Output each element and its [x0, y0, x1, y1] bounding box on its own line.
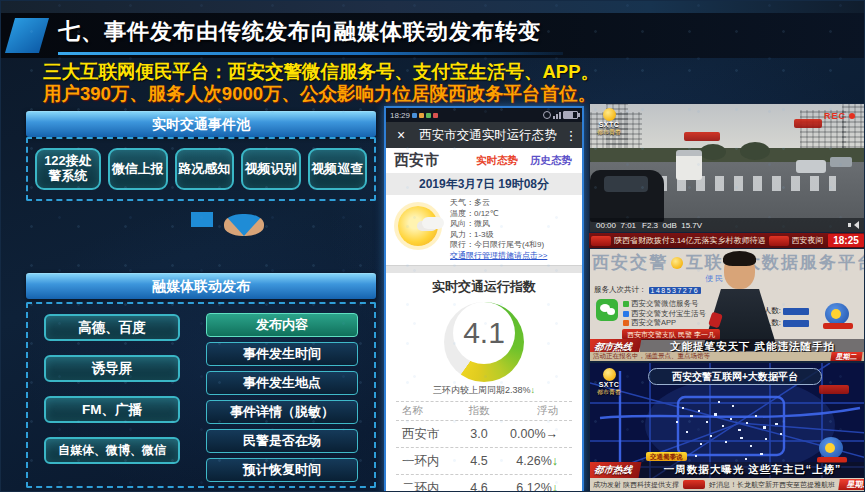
bottom-ticker: 活动正在报名中，涵盖景点、重点场馆等 星期二	[590, 352, 865, 361]
app-title: 西安市交通实时运行态势	[416, 127, 560, 144]
content-recovery-time: 预计恢复时间	[206, 458, 358, 482]
notification-icon	[433, 113, 438, 118]
content-police-onsite: 民警是否在场	[206, 429, 358, 453]
index-table: 名称 指数 浮动 西安市 3.0 0.00%→ 一环内 4.5 4.26%↓ 二…	[396, 401, 572, 492]
car	[830, 157, 852, 167]
source-video-patrol: 视频巡查	[308, 148, 368, 190]
media-publish-box: 高德、百度 诱导屏 FM、广播 自媒体、微博、微信 发布内容 事件发生时间 事件…	[26, 302, 376, 488]
station-ball-icon	[603, 108, 616, 121]
channel-fm-radio: FM、广播	[44, 396, 180, 423]
segment-tag: 交通蜀黍说	[646, 452, 687, 461]
speaker-icon	[848, 221, 859, 229]
row-change: 0.00%	[510, 427, 545, 441]
news-ticker-bar: 陕西省财政拨付3.14亿元落实乡村教师待遇 西安夜间 18:25	[589, 233, 865, 248]
ticker-text-2: 西安夜间	[792, 235, 824, 246]
col-name: 名称	[396, 404, 454, 418]
tab-history[interactable]: 历史态势	[530, 154, 572, 168]
ticker-text: 陕西省财政拨付3.14亿元落实乡村教师待遇	[614, 235, 766, 246]
top-decor-strip	[1, 1, 865, 13]
police-mascot	[823, 301, 853, 329]
restriction-link[interactable]: 交通限行管理措施请点击>>	[450, 251, 547, 262]
app-mini-icon	[623, 320, 629, 326]
broadcast-time: 18:25	[828, 234, 864, 247]
rec-label: REC	[824, 111, 846, 121]
platform-app: 西安交警APP	[631, 318, 676, 327]
tree	[740, 142, 770, 160]
station-name: SXTC	[599, 381, 620, 388]
media-publish-header: 融媒体联动发布	[26, 273, 376, 299]
overlay-tag	[819, 385, 849, 394]
cloud-icon	[422, 217, 444, 229]
alipay-mini-icon	[623, 311, 629, 317]
osd-settings: F2.3 0dB 15.7V	[642, 221, 702, 230]
row-name: 一环内	[396, 453, 454, 470]
source-wechat-report: 微信上报	[108, 148, 168, 190]
car	[796, 160, 826, 173]
event-pool-header: 实时交通事件池	[26, 111, 376, 137]
row-change: 6.12%	[516, 481, 551, 492]
city-row: 西安市 实时态势 历史态势	[386, 148, 582, 173]
table-header: 名称 指数 浮动	[396, 401, 572, 420]
channel-guidance-screen: 诱导屏	[44, 355, 180, 382]
weather-wind-dir: 风向：微风	[450, 219, 547, 230]
rec-indicator: REC	[824, 111, 855, 121]
service-count-label: 服务人次共计：	[594, 285, 647, 295]
table-row: 一环内 4.5 4.26%↓	[396, 447, 572, 474]
station-channel: 都市青春	[597, 388, 621, 397]
weather-restriction: 限行：今日限行尾号(4和9)	[450, 240, 547, 251]
content-event-time: 事件发生时间	[206, 342, 358, 366]
ticker-label-tag	[769, 236, 789, 246]
bottom-ticker-text: 活动正在报名中，涵盖景点、重点场馆等	[593, 352, 710, 361]
flow-down-arrow-icon	[182, 212, 222, 227]
alarm-icon	[543, 111, 551, 119]
phone-status-bar: 18:29	[386, 108, 582, 122]
ticker-label-tag	[683, 480, 705, 489]
wechat-icon	[596, 299, 618, 321]
interview-video-frame: 西安交警 互联网大数据服务平台 便民·善政 服务人次共计： 148537276 …	[589, 248, 865, 362]
source-122-dispatch: 122接处警系统	[35, 148, 101, 190]
section-divider	[386, 265, 582, 273]
program-logo: 都市热线	[589, 462, 641, 478]
row-name: 西安市	[396, 426, 454, 443]
weather-panel: 天气：多云 温度：0/12℃ 风向：微风 风力：1-3级 限行：今日限行尾号(4…	[386, 195, 582, 265]
presentation-slide: 七、事件发布由传统发布向融媒体联动发布转变 三大互联网便民平台：西安交警微信服务…	[0, 0, 865, 492]
rec-dot-icon	[849, 113, 855, 119]
station-ball-icon	[603, 368, 616, 381]
notification-icon	[426, 113, 431, 118]
phone-screenshot: 18:29 × 西安市交通实时运行态势 ⋮ 西安市 实时态势 历史态势	[384, 106, 584, 492]
signal-icon	[553, 112, 561, 119]
caption-text: 一周数据大曝光 这些车主已“上榜”	[640, 462, 865, 478]
source-video-recognition: 视频识别	[241, 148, 301, 190]
col-change: 浮动	[504, 404, 572, 418]
close-icon[interactable]: ×	[386, 127, 416, 143]
wechat-mini-icon	[623, 301, 629, 307]
page-title: 七、事件发布由传统发布向融媒体联动发布转变	[58, 17, 541, 47]
traffic-index-gauge: 4.1	[444, 302, 524, 382]
officer-hair	[723, 251, 756, 266]
tab-realtime[interactable]: 实时态势	[476, 154, 518, 168]
dark-car	[590, 170, 664, 222]
osd-time: 00:00 7:01	[596, 221, 636, 230]
row-index: 4.6	[454, 481, 504, 492]
phone-nav-bar: × 西安市交通实时运行态势 ⋮	[386, 122, 582, 148]
notification-icon	[412, 113, 417, 118]
title-underline	[58, 52, 563, 55]
traffic-index-value: 4.1	[463, 316, 505, 350]
channel-social-media: 自媒体、微博、微信	[44, 437, 180, 464]
tv-station-logo: SXTC 都市青春	[597, 108, 621, 137]
caption-bar: 都市热线 一周数据大曝光 这些车主已“上榜”	[590, 462, 865, 478]
ticker-lead-text: 成功发射 陕西科技提供支撑	[593, 480, 679, 490]
row-name: 二环内	[396, 480, 454, 492]
weekday-badge: 星期二	[838, 479, 865, 490]
menu-icon[interactable]: ⋮	[560, 128, 582, 143]
weather-condition: 天气：多云	[450, 198, 547, 209]
map-video-frame: SXTC 都市青春 西安交警互联网+大数据平台 交通蜀黍说 都市热线 一周数据大…	[589, 362, 865, 492]
date-line: 2019年3月7日 19时08分	[386, 173, 582, 195]
content-event-location: 事件发生地点	[206, 371, 358, 395]
notification-icon	[419, 113, 424, 118]
down-arrow-icon: ↓	[552, 481, 558, 492]
station-name: SXTC	[599, 121, 620, 128]
city-name: 西安市	[386, 151, 476, 170]
overlay-tag	[684, 132, 720, 141]
down-arrow-icon: ↓	[552, 454, 558, 468]
